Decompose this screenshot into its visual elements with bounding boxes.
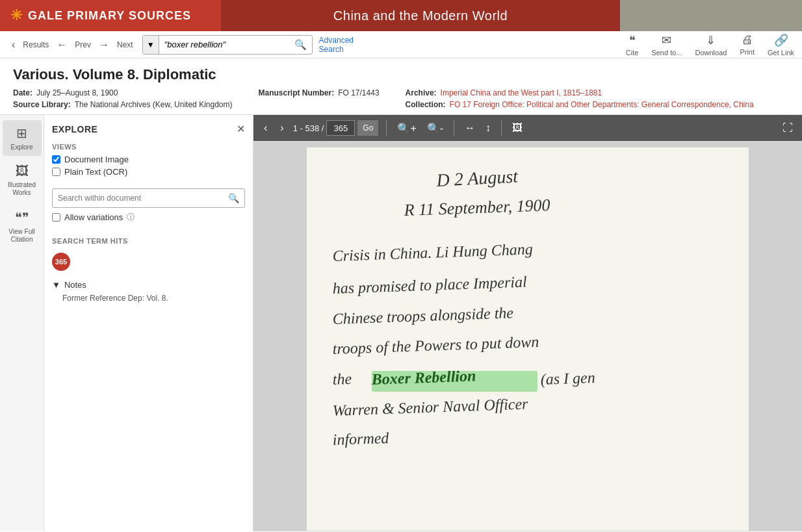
archive-row: Archive: Imperial China and the West par… bbox=[406, 88, 754, 97]
plain-text-label[interactable]: Plain Text (OCR) bbox=[64, 167, 127, 177]
zoom-out-button[interactable]: 🔍- bbox=[424, 120, 446, 137]
doc-meta-left: Date: July 25–August 8, 1900 Source Libr… bbox=[13, 88, 233, 109]
document-image-label[interactable]: Document Image bbox=[64, 155, 129, 164]
illustrated-label: IllustratedWorks bbox=[8, 181, 36, 197]
link-icon: 🔗 bbox=[774, 33, 788, 47]
search-submit-button[interactable]: 🔍 bbox=[289, 36, 312, 54]
header-image-placeholder bbox=[620, 0, 802, 31]
allow-variations-row: Allow variations ⓘ bbox=[52, 212, 245, 223]
collection-link[interactable]: FO 17 Foreign Office: Political and Othe… bbox=[450, 100, 754, 109]
allow-variations-label[interactable]: Allow variations bbox=[64, 212, 123, 222]
close-explore-button[interactable]: ✕ bbox=[237, 123, 245, 135]
manuscript-value: FO 17/1443 bbox=[338, 88, 379, 97]
zoom-in-icon: 🔍+ bbox=[397, 123, 416, 134]
search-icon: 🔍 bbox=[294, 39, 307, 51]
search-input[interactable] bbox=[159, 36, 289, 54]
plain-text-checkbox[interactable] bbox=[52, 168, 60, 176]
prev-button[interactable]: ← bbox=[53, 36, 71, 53]
logo-text: GALE PRIMARY SOURCES bbox=[28, 9, 191, 23]
gale-logo: ✳ GALE PRIMARY SOURCES bbox=[0, 0, 221, 31]
download-button[interactable]: ⇓ Download bbox=[695, 33, 727, 57]
date-row: Date: July 25–August 8, 1900 bbox=[13, 88, 233, 97]
doc-meta: Date: July 25–August 8, 1900 Source Libr… bbox=[13, 88, 789, 109]
manuscript-label: Manuscript Number: bbox=[259, 88, 335, 97]
main-content: ⊞ Explore 🖼 IllustratedWorks ❝❞ View Ful… bbox=[0, 115, 802, 531]
source-label: Source Library: bbox=[13, 100, 71, 109]
document-page-svg: D 2 August R 11 September, 1900 Crisis i… bbox=[307, 147, 749, 531]
viewer-toolbar: ‹ › 1 - 538 / Go 🔍+ 🔍- ↔ ↕ bbox=[253, 115, 802, 141]
next-icon: → bbox=[99, 39, 109, 51]
cite-button[interactable]: ❝ Cite bbox=[626, 33, 639, 57]
svg-text:the: the bbox=[332, 370, 352, 388]
svg-text:(as I gen: (as I gen bbox=[540, 369, 595, 388]
header-title: China and the Modern World bbox=[221, 0, 620, 31]
image-view-icon: 🖼 bbox=[512, 122, 523, 133]
views-label: VIEWS bbox=[52, 143, 245, 151]
notes-content: Former Reference Dep: Vol. 8. bbox=[52, 294, 245, 303]
date-label: Date: bbox=[13, 88, 32, 97]
prev-icon: ← bbox=[57, 39, 67, 51]
date-value: July 25–August 8, 1900 bbox=[36, 88, 118, 97]
viewer-next-button[interactable]: › bbox=[276, 120, 287, 136]
prev-label: Prev bbox=[75, 40, 91, 49]
viewer-prev-button[interactable]: ‹ bbox=[260, 120, 271, 136]
explore-header: EXPLORE ✕ bbox=[52, 123, 245, 135]
back-arrow-icon: ‹ bbox=[12, 39, 15, 51]
doc-meta-center: Manuscript Number: FO 17/1443 bbox=[259, 88, 380, 109]
allow-variations-checkbox[interactable] bbox=[52, 213, 60, 222]
sidebar-item-citation[interactable]: ❝❞ View FullCitation bbox=[3, 205, 42, 249]
archive-link[interactable]: Imperial China and the West part I, 1815… bbox=[441, 88, 602, 97]
help-icon[interactable]: ⓘ bbox=[127, 212, 135, 223]
search-box: ▼ 🔍 bbox=[142, 35, 313, 55]
zoom-in-button[interactable]: 🔍+ bbox=[395, 120, 419, 137]
collection-label: Collection: bbox=[406, 100, 446, 109]
hits-badge: 365 bbox=[52, 253, 70, 271]
print-button[interactable]: 🖨 Print bbox=[740, 33, 755, 56]
search-dropdown-button[interactable]: ▼ bbox=[143, 36, 159, 54]
results-label: Results bbox=[23, 40, 49, 49]
send-to-button[interactable]: ✉ Send to... bbox=[651, 33, 682, 57]
image-icon: 🖼 bbox=[16, 164, 29, 179]
manuscript-row: Manuscript Number: FO 17/1443 bbox=[259, 88, 380, 97]
explore-label: Explore bbox=[11, 144, 33, 151]
image-view-button[interactable]: 🖼 bbox=[510, 120, 525, 136]
document-image-row: Document Image bbox=[52, 155, 245, 164]
go-button[interactable]: Go bbox=[357, 120, 378, 136]
fullscreen-button[interactable]: ⛶ bbox=[780, 120, 796, 136]
fit-height-button[interactable]: ↕ bbox=[483, 120, 493, 136]
back-button[interactable]: ‹ bbox=[8, 36, 19, 53]
archive-label: Archive: bbox=[406, 88, 437, 97]
svg-text:informed: informed bbox=[332, 429, 390, 448]
viewer-image-area: D 2 August R 11 September, 1900 Crisis i… bbox=[253, 141, 802, 531]
source-value: The National Archives (Kew, United Kingd… bbox=[75, 100, 233, 109]
header-image bbox=[620, 0, 802, 31]
print-icon: 🖨 bbox=[742, 33, 753, 47]
toolbar: ‹ Results ← Prev → Next ▼ 🔍 AdvancedSear… bbox=[0, 31, 802, 58]
viewer-divider-1 bbox=[386, 120, 387, 136]
viewer-divider-3 bbox=[501, 120, 502, 136]
page-number-input[interactable] bbox=[326, 120, 355, 136]
send-icon: ✉ bbox=[662, 33, 671, 47]
source-row: Source Library: The National Archives (K… bbox=[13, 100, 233, 109]
left-panel: ⊞ Explore 🖼 IllustratedWorks ❝❞ View Ful… bbox=[0, 115, 253, 531]
search-within-button[interactable]: 🔍 bbox=[223, 193, 244, 203]
cite-icon: ❝ bbox=[629, 33, 636, 47]
search-within-input[interactable] bbox=[53, 189, 223, 207]
views-section: VIEWS Document Image Plain Text (OCR) bbox=[52, 143, 245, 179]
document-image-checkbox[interactable] bbox=[52, 155, 60, 164]
next-button[interactable]: → bbox=[95, 36, 113, 53]
sidebar-item-explore[interactable]: ⊞ Explore bbox=[3, 120, 42, 156]
search-term-hits-section: SEARCH TERM HITS 365 bbox=[52, 237, 245, 271]
notes-header[interactable]: ▼ Notes bbox=[52, 280, 245, 290]
notes-title: Notes bbox=[64, 280, 86, 290]
notes-chevron-icon: ▼ bbox=[52, 280, 60, 290]
sidebar-item-illustrated[interactable]: 🖼 IllustratedWorks bbox=[3, 158, 42, 202]
get-link-button[interactable]: 🔗 Get Link bbox=[768, 33, 794, 57]
fit-width-button[interactable]: ↔ bbox=[462, 120, 478, 136]
dropdown-arrow-icon: ▼ bbox=[147, 40, 155, 49]
next-label: Next bbox=[117, 40, 133, 49]
explore-panel: EXPLORE ✕ VIEWS Document Image Plain Tex… bbox=[44, 115, 253, 531]
search-within-icon: 🔍 bbox=[228, 193, 239, 203]
advanced-search-link[interactable]: AdvancedSearch bbox=[319, 36, 354, 54]
page-range: 1 - 538 / bbox=[293, 123, 324, 133]
